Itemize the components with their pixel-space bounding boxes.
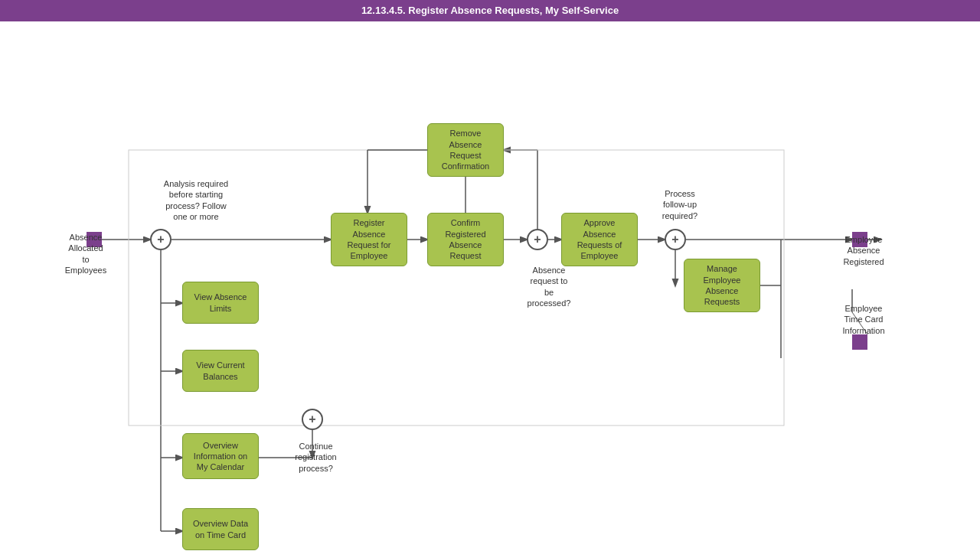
process-followup-label: Processfollow-uprequired?	[645, 188, 714, 221]
confirm-registered-box[interactable]: Confirm Registered Absence Request	[427, 213, 504, 266]
gateway-4	[302, 409, 323, 430]
gateway-2	[527, 229, 548, 250]
employee-absence-registered-label: EmployeeAbsenceRegistered	[829, 234, 898, 267]
arrows-svg	[0, 21, 980, 551]
gateway-3	[665, 229, 686, 250]
gateway-1	[150, 229, 172, 250]
remove-absence-box[interactable]: Remove Absence Request Confirmation	[427, 123, 504, 177]
manage-employee-box[interactable]: Manage Employee Absence Requests	[684, 259, 760, 312]
employee-timecard-label: EmployeeTime CardInformation	[829, 303, 898, 336]
continue-registration-label: Continueregistrationprocess?	[279, 441, 352, 474]
view-absence-limits-box[interactable]: View Absence Limits	[182, 282, 259, 324]
diagram-area: View Absence Limits View Current Balance…	[0, 21, 980, 551]
register-absence-box[interactable]: Register Absence Request for Employee	[331, 213, 407, 266]
approve-absence-box[interactable]: Approve Absence Requests of Employee	[561, 213, 638, 266]
overview-calendar-box[interactable]: Overview Information on My Calendar	[182, 433, 259, 479]
analysis-required-label: Analysis requiredbefore startingprocess?…	[150, 178, 242, 222]
title-bar: 12.13.4.5. Register Absence Requests, My…	[0, 0, 980, 21]
overview-timecard-box[interactable]: Overview Data on Time Card	[182, 508, 259, 550]
absence-allocated-label: AbsenceAllocatedtoEmployees	[55, 232, 116, 276]
title-text: 12.13.4.5. Register Absence Requests, My…	[361, 5, 619, 16]
view-current-balances-box[interactable]: View Current Balances	[182, 350, 259, 392]
end-event-2	[852, 334, 867, 350]
absence-to-process-label: Absencerequest tobeprocessed?	[511, 265, 587, 308]
